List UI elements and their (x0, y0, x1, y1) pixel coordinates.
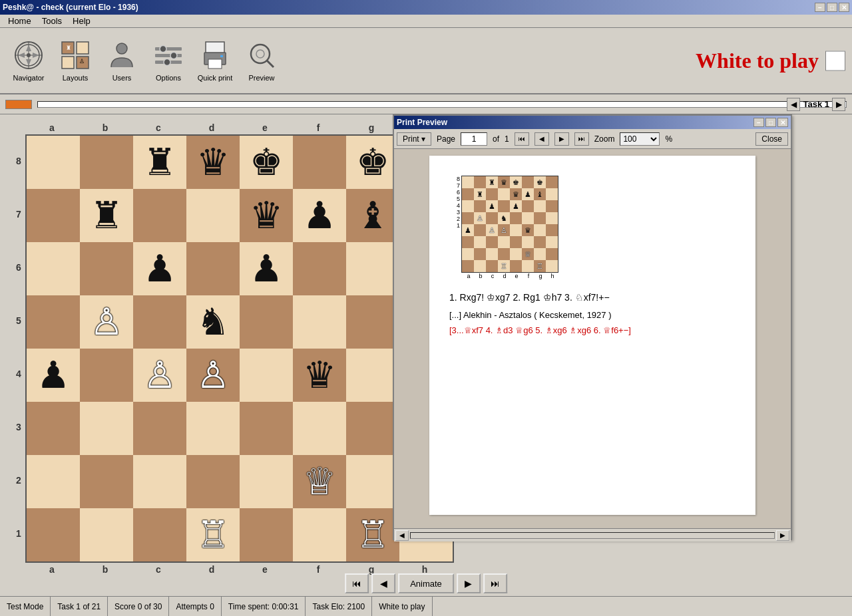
task-prev-button[interactable]: ◀ (787, 98, 800, 111)
cell-6-0[interactable] (27, 455, 80, 508)
pp-close-button[interactable]: Close (755, 132, 788, 146)
pp-maximize[interactable]: □ (765, 118, 776, 127)
cell-7-0[interactable] (27, 508, 80, 561)
cell-6-2[interactable] (133, 455, 186, 508)
mini-cell-5-5 (522, 236, 534, 248)
close-window-button[interactable]: ✕ (839, 3, 849, 12)
mini-cell-7-7 (546, 260, 558, 272)
first-btn[interactable]: ⏮ (345, 573, 369, 593)
scroll-right[interactable]: ▶ (776, 530, 789, 541)
cell-4-4[interactable] (240, 349, 293, 402)
cell-4-1[interactable] (80, 349, 133, 402)
cell-2-1[interactable] (80, 242, 133, 295)
cell-6-5[interactable]: ♕ (293, 455, 346, 508)
cell-4-3[interactable]: ♙ (186, 349, 240, 402)
cell-0-6[interactable]: ♚ (346, 136, 399, 189)
prev-btn[interactable]: ◀ (371, 573, 395, 593)
cell-0-3[interactable]: ♛ (186, 136, 240, 189)
cell-2-3[interactable] (186, 242, 240, 295)
preview-label: Preview (248, 74, 274, 82)
cell-0-2[interactable]: ♜ (133, 136, 186, 189)
cell-3-4[interactable] (240, 295, 293, 349)
cell-2-5[interactable] (293, 242, 346, 295)
pp-scrollbar[interactable]: ◀ ▶ (394, 528, 791, 541)
pp-minimize[interactable]: − (753, 118, 764, 127)
col-label-d: d (185, 121, 238, 134)
cell-2-2[interactable]: ♟ (133, 242, 186, 295)
cell-6-6[interactable] (346, 455, 399, 508)
pp-last-page[interactable]: ⏭ (574, 132, 589, 146)
cell-5-1[interactable] (80, 402, 133, 455)
cell-0-5[interactable] (293, 136, 346, 189)
cell-5-6[interactable] (346, 402, 399, 455)
cell-0-0[interactable] (27, 136, 80, 189)
cell-0-4[interactable]: ♚ (240, 136, 293, 189)
pp-zoom-select[interactable]: 100 75 50 150 200 (620, 132, 660, 146)
menu-home[interactable]: Home (3, 15, 37, 27)
animate-btn[interactable]: Animate (398, 573, 454, 593)
pp-next-page[interactable]: ▶ (554, 132, 569, 146)
cell-3-1[interactable]: ♙ (80, 295, 133, 349)
cell-5-2[interactable] (133, 402, 186, 455)
bot-col-a: a (25, 563, 79, 576)
task-next-button[interactable]: ▶ (832, 98, 845, 111)
cell-3-2[interactable] (133, 295, 186, 349)
cell-2-0[interactable] (27, 242, 80, 295)
mini-cell-2-6 (534, 200, 546, 212)
menu-tools[interactable]: Tools (37, 15, 67, 27)
cell-7-4[interactable] (240, 508, 293, 561)
pp-print-button[interactable]: Print ▾ (397, 132, 431, 146)
cell-6-1[interactable] (80, 455, 133, 508)
cell-4-2[interactable]: ♙ (133, 349, 186, 402)
cell-3-6[interactable] (346, 295, 399, 349)
pp-page-input[interactable] (461, 132, 487, 146)
preview-button[interactable]: Preview (238, 31, 285, 90)
cell-1-6[interactable]: ♝ (346, 189, 399, 242)
cell-2-6[interactable] (346, 242, 399, 295)
cell-1-3[interactable] (186, 189, 240, 242)
cell-7-5[interactable] (293, 508, 346, 561)
cell-7-3[interactable]: ♖ (186, 508, 240, 561)
minimize-button[interactable]: − (815, 3, 825, 12)
next-btn[interactable]: ▶ (457, 573, 481, 593)
mini-cell-3-6 (534, 212, 546, 224)
cell-5-0[interactable] (27, 402, 80, 455)
cell-3-0[interactable] (27, 295, 80, 349)
mini-cell-1-2 (486, 188, 498, 200)
quick-print-button[interactable]: Quick print (192, 31, 238, 90)
maximize-button[interactable]: □ (827, 3, 837, 12)
cell-1-0[interactable] (27, 189, 80, 242)
cell-5-5[interactable] (293, 402, 346, 455)
scroll-left[interactable]: ◀ (395, 530, 409, 541)
users-button[interactable]: Users (99, 31, 145, 90)
row-3-label: 3 (12, 400, 25, 454)
status-task: Task 1 of 21 (51, 597, 108, 616)
pp-prev-page[interactable]: ◀ (534, 132, 549, 146)
cell-4-0[interactable]: ♟ (27, 349, 80, 402)
cell-6-4[interactable] (240, 455, 293, 508)
cell-1-4[interactable]: ♛ (240, 189, 293, 242)
cell-7-2[interactable] (133, 508, 186, 561)
cell-4-6[interactable] (346, 349, 399, 402)
cell-6-3[interactable] (186, 455, 240, 508)
cell-5-3[interactable] (186, 402, 240, 455)
mini-col-labels: a b c d e f g h (449, 273, 558, 279)
pp-close[interactable]: ✕ (777, 118, 788, 127)
cell-5-4[interactable] (240, 402, 293, 455)
cell-4-5[interactable]: ♛ (293, 349, 346, 402)
cell-7-6[interactable]: ♖ (346, 508, 399, 561)
cell-3-3[interactable]: ♞ (186, 295, 240, 349)
cell-2-4[interactable]: ♟ (240, 242, 293, 295)
last-btn[interactable]: ⏭ (483, 573, 507, 593)
layouts-button[interactable]: ♜ ♙ Layouts (52, 31, 99, 90)
cell-1-1[interactable]: ♜ (80, 189, 133, 242)
cell-0-1[interactable] (80, 136, 133, 189)
cell-3-5[interactable] (293, 295, 346, 349)
cell-1-2[interactable] (133, 189, 186, 242)
cell-7-1[interactable] (80, 508, 133, 561)
options-button[interactable]: Options (145, 31, 192, 90)
menu-help[interactable]: Help (67, 15, 96, 27)
cell-1-5[interactable]: ♟ (293, 189, 346, 242)
navigator-button[interactable]: Navigator (5, 31, 52, 90)
pp-first-page[interactable]: ⏮ (515, 132, 529, 146)
